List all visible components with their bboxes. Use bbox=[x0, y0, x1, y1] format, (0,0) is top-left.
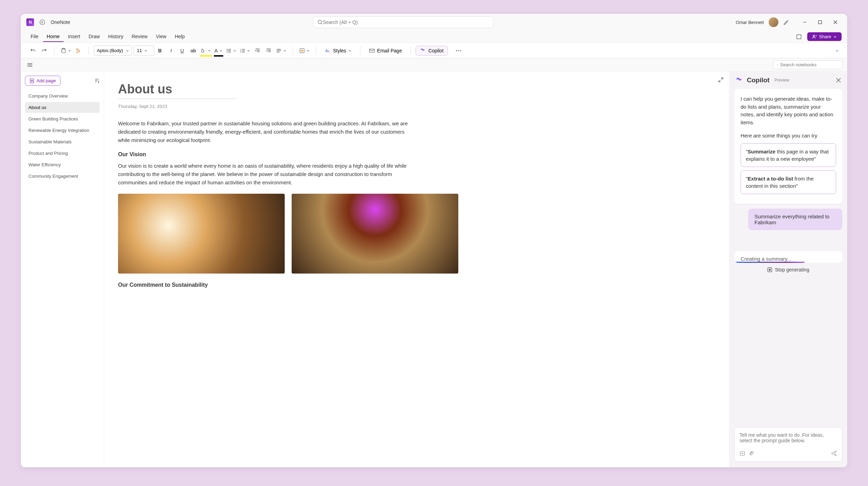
font-color-button[interactable]: A bbox=[213, 45, 224, 56]
menu-history[interactable]: History bbox=[104, 32, 128, 42]
notebook-search-input[interactable] bbox=[780, 62, 838, 67]
menu-view[interactable]: View bbox=[152, 32, 170, 42]
svg-point-43 bbox=[777, 64, 778, 65]
tag-button[interactable] bbox=[298, 45, 311, 56]
decrease-indent-button[interactable] bbox=[252, 45, 263, 56]
bullet-list-button[interactable] bbox=[225, 45, 238, 56]
font-size-select[interactable]: 11 bbox=[134, 45, 154, 56]
chevron-down-icon bbox=[833, 35, 837, 39]
highlight-button[interactable] bbox=[199, 45, 212, 56]
send-button[interactable] bbox=[831, 450, 837, 456]
add-page-icon bbox=[30, 78, 34, 83]
align-button[interactable] bbox=[275, 45, 288, 56]
more-button[interactable] bbox=[453, 45, 464, 56]
styles-button[interactable]: Aa Styles bbox=[321, 46, 355, 55]
paste-button[interactable] bbox=[59, 45, 73, 56]
bullet-list-icon bbox=[226, 48, 232, 53]
chevron-down-icon bbox=[208, 49, 211, 52]
increase-indent-button[interactable] bbox=[264, 45, 274, 56]
menu-draw[interactable]: Draw bbox=[84, 32, 104, 42]
maximize-button[interactable] bbox=[814, 17, 826, 28]
fullscreen-toggle[interactable] bbox=[793, 33, 804, 41]
avatar[interactable] bbox=[769, 17, 778, 27]
svg-point-9 bbox=[813, 35, 815, 36]
page-item[interactable]: Company Overview bbox=[25, 91, 100, 101]
global-search-input[interactable] bbox=[323, 19, 489, 25]
menu-insert[interactable]: Insert bbox=[64, 32, 84, 42]
tag-star-icon bbox=[299, 48, 305, 53]
minimize-icon bbox=[803, 20, 807, 24]
underline-button[interactable]: U bbox=[177, 45, 187, 56]
copilot-ribbon-button[interactable]: Copilot bbox=[416, 46, 448, 56]
ribbon-collapse-button[interactable] bbox=[832, 45, 842, 56]
sparkle-prompt-icon[interactable] bbox=[740, 451, 745, 456]
expand-button[interactable] bbox=[718, 77, 724, 83]
vision-paragraph[interactable]: Our vision is to create a world where ev… bbox=[118, 162, 417, 187]
undo-button[interactable] bbox=[28, 45, 38, 56]
svg-rect-36 bbox=[369, 49, 374, 52]
font-family-select[interactable]: Aptos (Body) bbox=[94, 45, 132, 56]
undo-icon bbox=[30, 48, 36, 53]
page-list-sidebar: Add page Company OverviewAbout usGreen B… bbox=[21, 72, 104, 467]
share-button[interactable]: Share bbox=[807, 32, 842, 41]
menu-help[interactable]: Help bbox=[170, 32, 189, 42]
app-window: N OneNote Omar Bennett FileHomeInser bbox=[21, 14, 847, 467]
svg-point-1 bbox=[318, 20, 322, 24]
add-page-button[interactable]: Add page bbox=[25, 76, 60, 86]
copilot-intro-card: I can help you generate ideas, make to-d… bbox=[734, 89, 842, 204]
search-icon bbox=[777, 62, 778, 67]
menu-home[interactable]: Home bbox=[43, 32, 64, 42]
notebook-search[interactable] bbox=[773, 60, 842, 69]
title-rule bbox=[118, 99, 236, 99]
back-button[interactable] bbox=[38, 18, 47, 26]
close-button[interactable] bbox=[829, 17, 842, 28]
spiral-architecture-image[interactable] bbox=[292, 194, 458, 274]
nav-toggle-button[interactable] bbox=[26, 61, 34, 69]
page-content[interactable]: About us Thursday, Sept 21, 2023 Welcome… bbox=[104, 72, 729, 467]
global-search[interactable] bbox=[313, 16, 493, 28]
send-icon bbox=[831, 450, 837, 456]
page-item[interactable]: Water Efficiency bbox=[25, 159, 100, 170]
svg-point-12 bbox=[227, 49, 227, 49]
vision-heading[interactable]: Our Vision bbox=[118, 151, 715, 158]
fullscreen-icon bbox=[796, 34, 802, 40]
numbered-list-button[interactable]: 123 bbox=[239, 45, 252, 56]
wood-structure-image[interactable] bbox=[118, 194, 285, 274]
copilot-logo-icon bbox=[736, 76, 743, 84]
copilot-panel: Copilot Preview I can help you generate … bbox=[729, 72, 847, 467]
page-title[interactable]: About us bbox=[118, 82, 715, 97]
bold-button[interactable]: B bbox=[155, 45, 165, 56]
sort-button[interactable] bbox=[94, 78, 100, 84]
copilot-textarea[interactable] bbox=[740, 432, 837, 443]
stop-generating-button[interactable]: Stop generating bbox=[734, 263, 842, 277]
styles-icon: Aa bbox=[325, 48, 331, 54]
commitment-heading[interactable]: Our Commitment to Sustainability bbox=[118, 282, 715, 288]
copilot-input[interactable] bbox=[734, 427, 842, 462]
attach-icon[interactable] bbox=[749, 451, 754, 456]
format-painter-button[interactable] bbox=[73, 45, 84, 56]
menu-review[interactable]: Review bbox=[127, 32, 152, 42]
page-item[interactable]: Renewable Energy Integration bbox=[25, 125, 100, 136]
suggestion-todo[interactable]: "Extract a to-do list from the content i… bbox=[741, 170, 836, 194]
redo-icon bbox=[41, 48, 47, 53]
suggestion-summarize[interactable]: "Summarize this page in a way that expla… bbox=[741, 143, 836, 167]
svg-rect-5 bbox=[819, 21, 822, 24]
intro-paragraph[interactable]: Welcome to Fabrikam, your trusted partne… bbox=[118, 119, 417, 144]
italic-button[interactable]: I bbox=[166, 45, 176, 56]
page-item[interactable]: Community Engagement bbox=[25, 171, 100, 182]
copilot-header: Copilot Preview bbox=[729, 72, 847, 89]
page-item[interactable]: Sustainable Materials bbox=[25, 136, 100, 147]
image-row bbox=[118, 194, 715, 274]
page-item[interactable]: Product and Pricing bbox=[25, 148, 100, 159]
close-icon bbox=[836, 78, 841, 83]
page-item[interactable]: Green Building Practices bbox=[25, 114, 100, 124]
copilot-close-button[interactable] bbox=[836, 78, 841, 83]
menu-file[interactable]: File bbox=[26, 32, 43, 42]
pen-button[interactable] bbox=[783, 19, 790, 25]
minimize-button[interactable] bbox=[799, 17, 811, 28]
search-icon bbox=[317, 19, 323, 25]
email-page-button[interactable]: Email Page bbox=[365, 46, 406, 55]
page-item[interactable]: About us bbox=[25, 102, 100, 113]
strikethrough-button[interactable]: ab bbox=[188, 45, 199, 56]
redo-button[interactable] bbox=[39, 45, 49, 56]
